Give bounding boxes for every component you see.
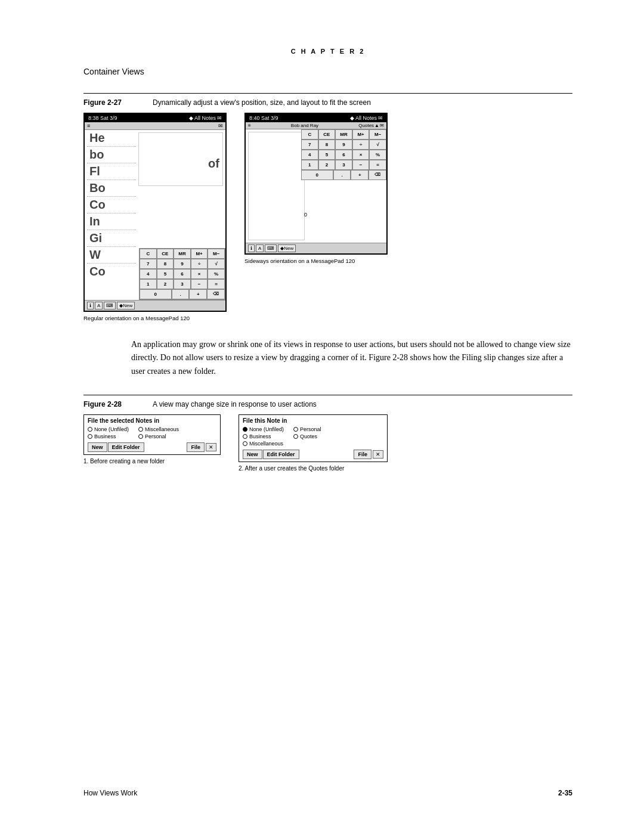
radio-quotes-after: Quotes bbox=[293, 433, 321, 439]
calc-btn-6: 6 bbox=[174, 269, 191, 279]
filing-slip-after: File this Note in None (Unfiled) Busines… bbox=[239, 414, 388, 462]
radio-misc-after-label: Miscellaneous bbox=[249, 441, 283, 447]
figure27-left-device-item: 8:38 Sat 3/9 ◆ All Notes ✉ ≡ ✉ He bbox=[83, 113, 227, 321]
calc-btn-0: 0 bbox=[140, 289, 172, 299]
filing-col-left-before: None (Unfiled) Business bbox=[88, 426, 129, 439]
toolbar-menu-icon-right: ≡ bbox=[248, 123, 251, 128]
filing-options-after: None (Unfiled) Business Miscellaneous bbox=[243, 426, 383, 447]
toolbar-title-right: Bob and Ray bbox=[253, 123, 357, 128]
text-icon-right: A bbox=[256, 244, 264, 252]
mp-content-left: He bo Fl Bo Co In Gi W Co of bbox=[85, 130, 225, 300]
new-btn-left: ◆New bbox=[117, 302, 135, 309]
radio-quotes-after-label: Quotes bbox=[300, 433, 317, 439]
filing-col-right-before: Miscellaneous Personal bbox=[138, 426, 179, 439]
file-btn-group-after: File ✕ bbox=[354, 450, 383, 459]
new-btn-right: ◆New bbox=[278, 244, 296, 252]
calc-btn-C: C bbox=[140, 249, 157, 259]
calc-row-4: 1 2 3 − = bbox=[140, 279, 225, 289]
filing-buttons-after: New Edit Folder File ✕ bbox=[243, 450, 383, 459]
calc-btn-mul: × bbox=[191, 269, 208, 279]
radio-business-before: Business bbox=[88, 433, 129, 439]
filing-btn-group-before: New Edit Folder bbox=[88, 442, 144, 452]
filing-slip-after-title: File this Note in bbox=[243, 417, 383, 424]
figure28-label: Figure 2-28 bbox=[83, 400, 143, 408]
radio-business-after: Business bbox=[243, 433, 284, 439]
toolbar-quotes: Quotes ▲ ✉ bbox=[358, 123, 384, 128]
page: C H A P T E R 2 Container Views Figure 2… bbox=[0, 0, 644, 833]
figure28-right-numberlabel: 2. After a user creates the Quotes folde… bbox=[239, 465, 344, 472]
radio-misc-after: Miscellaneous bbox=[243, 441, 284, 447]
calc-row-3: 4 5 6 × % bbox=[140, 269, 225, 279]
radio-personal-after: Personal bbox=[293, 426, 321, 432]
mp-bottom-bar-right: ℹ A ⌨ ◆New bbox=[246, 243, 386, 253]
calc-btn-div: ÷ bbox=[191, 259, 208, 269]
mp-time-right: 8:40 Sat 3/9 bbox=[249, 115, 278, 121]
mp-text-area: He bo Fl Bo Co In Gi W Co bbox=[85, 130, 138, 276]
calc-btn-1: 1 bbox=[140, 279, 157, 289]
calc-btn-3: 3 bbox=[174, 279, 191, 289]
mp-left-area bbox=[248, 132, 305, 240]
file-btn-after[interactable]: File bbox=[354, 450, 371, 459]
radio-personal-after-circle bbox=[293, 427, 298, 432]
radio-business-label: Business bbox=[94, 433, 116, 439]
messagepad-regular: 8:38 Sat 3/9 ◆ All Notes ✉ ≡ ✉ He bbox=[83, 113, 227, 312]
figure27-label: Figure 2-27 bbox=[83, 98, 143, 107]
mp-bottom-bar-left: ℹ A ⌨ ◆New bbox=[85, 300, 225, 311]
filing-buttons-before: New Edit Folder File ✕ bbox=[88, 442, 216, 452]
radio-misc-after-circle bbox=[243, 441, 247, 446]
figure27-right-caption: Sideways orientation on a MessagePad 120 bbox=[244, 258, 355, 264]
calc-btn-back: ⌫ bbox=[207, 289, 225, 299]
radio-misc-label: Miscellaneous bbox=[145, 426, 179, 432]
calc-btn-sub: − bbox=[191, 279, 208, 289]
figure27-caption: Dynamically adjust a view's position, si… bbox=[153, 98, 371, 107]
calc-btn-dot: . bbox=[172, 289, 190, 299]
new-btn-before[interactable]: New bbox=[88, 442, 107, 452]
toolbar-menu-icon-left: ≡ bbox=[87, 123, 90, 129]
radio-none-before: None (Unfiled) bbox=[88, 426, 129, 432]
calc-btn-CE: CE bbox=[157, 249, 174, 259]
calc-btn-eq: = bbox=[208, 279, 225, 289]
page-footer: How Views Work 2-35 bbox=[83, 789, 572, 797]
figure27-right-device-item: 8:40 Sat 3/9 ◆ All Notes ✉ ≡ Bob and Ray… bbox=[244, 113, 388, 264]
section-title: Container Views bbox=[83, 67, 572, 76]
edit-folder-btn-after[interactable]: Edit Folder bbox=[263, 450, 299, 459]
info-icon-left: ℹ bbox=[87, 302, 94, 309]
keyboard-icon-right: ⌨ bbox=[265, 244, 277, 252]
mp-toolbar-left: ≡ ✉ bbox=[85, 122, 225, 130]
close-btn-before[interactable]: ✕ bbox=[206, 443, 216, 451]
radio-business-after-label: Business bbox=[249, 433, 271, 439]
calc-row-2: 7 8 9 ÷ √ bbox=[140, 259, 225, 269]
footer-page-number: 2-35 bbox=[558, 789, 572, 797]
filing-slip-before-title: File the selected Notes in bbox=[88, 417, 216, 424]
figure28-left-item: File the selected Notes in None (Unfiled… bbox=[83, 414, 221, 465]
filing-slip-before: File the selected Notes in None (Unfiled… bbox=[83, 414, 221, 455]
filing-col-right-after: Personal Quotes bbox=[293, 426, 321, 447]
new-btn-after[interactable]: New bbox=[243, 450, 262, 459]
calc-btn-7: 7 bbox=[140, 259, 157, 269]
calc-row-5: 0 . + ⌫ bbox=[140, 289, 225, 299]
mp-allnotes-right: ◆ All Notes ✉ bbox=[350, 115, 383, 121]
chapter-heading: C H A P T E R 2 bbox=[83, 48, 572, 55]
file-btn-before[interactable]: File bbox=[187, 442, 205, 452]
calc-btn-Mminus: M− bbox=[208, 249, 225, 259]
calc-btn-5: 5 bbox=[157, 269, 174, 279]
text-icon-left: A bbox=[95, 302, 103, 309]
edit-folder-btn-before[interactable]: Edit Folder bbox=[108, 442, 144, 452]
figure28-left-numberlabel: 1. Before creating a new folder bbox=[83, 458, 165, 465]
calc-btn-MR: MR bbox=[174, 249, 191, 259]
calc-btn-add: + bbox=[189, 289, 207, 299]
mp-content-right: 0 C CE MR M+ M− 7 8 9 bbox=[246, 129, 386, 243]
radio-business-after-circle bbox=[243, 434, 247, 439]
figure28-caption: A view may change size in response to us… bbox=[153, 400, 317, 408]
calc-row-top: C CE MR M+ M− bbox=[140, 249, 225, 259]
filing-options-before: None (Unfiled) Business Miscellaneous bbox=[88, 426, 216, 439]
zero-label-right: 0 bbox=[304, 212, 307, 218]
radio-none-after-label: None (Unfiled) bbox=[249, 426, 284, 432]
close-btn-after[interactable]: ✕ bbox=[373, 450, 383, 459]
radio-personal-after-label: Personal bbox=[300, 426, 321, 432]
body-paragraph: An application may grow or shrink one of… bbox=[131, 338, 572, 378]
figure28-right-item: File this Note in None (Unfiled) Busines… bbox=[239, 414, 388, 472]
mp-time-left: 8:38 Sat 3/9 bbox=[88, 115, 117, 121]
radio-none-circle-filled bbox=[243, 427, 247, 432]
radio-none-after: None (Unfiled) bbox=[243, 426, 284, 432]
